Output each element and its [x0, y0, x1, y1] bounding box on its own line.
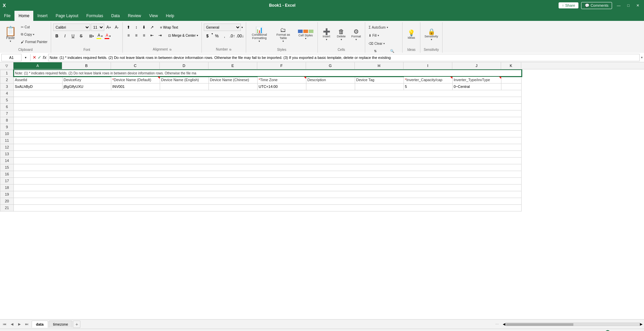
- font-increase-button[interactable]: A+: [105, 24, 112, 31]
- font-name-select[interactable]: Calibri: [53, 24, 90, 31]
- fill-button[interactable]: ⬇ Fill ▾: [367, 32, 380, 39]
- page-break-view-button[interactable]: ≡: [587, 330, 594, 331]
- sheet-nav-prev[interactable]: ◀: [9, 321, 15, 328]
- borders-button[interactable]: ⊞▾: [88, 32, 95, 40]
- cell-A2[interactable]: AssetId: [14, 76, 63, 83]
- sheet-nav-first[interactable]: ⏮: [1, 321, 8, 328]
- underline-button[interactable]: U: [69, 32, 77, 40]
- cell-I3[interactable]: 5: [404, 83, 453, 90]
- number-dialog-launcher[interactable]: ⧉: [229, 48, 231, 51]
- col-header-B[interactable]: B: [62, 62, 111, 69]
- cell-ref-dropdown[interactable]: ▾: [23, 55, 28, 60]
- align-top-button[interactable]: ⬆: [125, 24, 132, 31]
- hscroll-thumb[interactable]: [506, 323, 573, 326]
- cell-J3[interactable]: 0~Central: [453, 83, 501, 90]
- paste-button[interactable]: 📋 Paste ▾: [2, 24, 19, 46]
- comments-button[interactable]: 💬 Comments: [581, 2, 612, 9]
- tab-data[interactable]: Data: [107, 11, 124, 21]
- cell-D3[interactable]: [160, 83, 209, 90]
- cell-I2[interactable]: *Inverter_Capacity/cap: [404, 76, 453, 83]
- font-color-button[interactable]: A ▾: [104, 32, 111, 40]
- cell-H2[interactable]: Device Tag: [355, 76, 404, 83]
- cancel-formula-icon[interactable]: ✕: [33, 55, 36, 60]
- grid-scroll[interactable]: 1 Note: (1) * indicates required fields.…: [0, 69, 644, 319]
- add-sheet-button[interactable]: +: [73, 321, 80, 328]
- autosum-button[interactable]: Σ AutoSum ▾: [367, 24, 389, 31]
- hscroll-right[interactable]: ▶: [640, 322, 643, 326]
- tab-formulas[interactable]: Formulas: [82, 11, 107, 21]
- cell-K2[interactable]: [501, 76, 522, 83]
- number-format-select[interactable]: General: [204, 24, 241, 31]
- ideas-button[interactable]: 💡 Ideas: [405, 24, 418, 46]
- cell-D2[interactable]: Device Name (English): [160, 76, 209, 83]
- comma-button[interactable]: ,: [221, 32, 228, 40]
- sheet-tab-timezone[interactable]: timezone: [49, 321, 73, 328]
- align-bottom-button[interactable]: ⬇: [140, 24, 148, 31]
- hscroll-left[interactable]: ◀: [503, 322, 505, 326]
- col-header-D[interactable]: D: [160, 62, 209, 69]
- align-middle-button[interactable]: ↕: [132, 24, 140, 31]
- formula-input[interactable]: [48, 54, 640, 61]
- cell-F2[interactable]: *Time Zone: [258, 76, 306, 83]
- cell-E3[interactable]: [209, 83, 258, 90]
- maximize-button[interactable]: □: [625, 3, 632, 7]
- cell-C2[interactable]: *Device Name (Default): [111, 76, 160, 83]
- sheet-nav-last[interactable]: ⏭: [24, 321, 30, 328]
- tab-file[interactable]: File: [0, 11, 14, 21]
- cell-B3[interactable]: jBgGlfyUXU: [63, 83, 111, 90]
- normal-view-button[interactable]: ⊞: [572, 330, 579, 331]
- cell-A1[interactable]: Note: (1) * indicates required fields. (…: [14, 70, 522, 76]
- delete-button[interactable]: 🗑 Delete ▾: [335, 24, 348, 46]
- col-header-C[interactable]: C: [111, 62, 160, 69]
- fill-color-button[interactable]: A ▾: [96, 32, 103, 40]
- select-all-button[interactable]: ▽: [5, 64, 8, 68]
- cell-A3[interactable]: SxALhByD: [14, 83, 63, 90]
- decrease-indent-button[interactable]: ⇤: [148, 32, 156, 39]
- col-header-K[interactable]: K: [501, 62, 521, 69]
- clear-button[interactable]: ⌫ Clear ▾: [367, 40, 386, 47]
- insert-function-icon[interactable]: fx: [43, 55, 47, 60]
- sheet-options-icon[interactable]: ⋯: [495, 322, 499, 326]
- cell-K3[interactable]: [501, 83, 522, 90]
- cell-reference-box[interactable]: [1, 54, 22, 61]
- formula-expand-button[interactable]: ▾: [641, 56, 643, 59]
- align-center-button[interactable]: ≡: [132, 32, 140, 39]
- cell-H3[interactable]: [355, 83, 404, 90]
- cell-J2[interactable]: Inverter_Type/invType: [453, 76, 501, 83]
- col-header-F[interactable]: F: [257, 62, 306, 69]
- page-layout-view-button[interactable]: □: [579, 330, 586, 331]
- col-header-G[interactable]: G: [306, 62, 355, 69]
- format-button[interactable]: ⚙ Format ▾: [349, 24, 363, 46]
- tab-review[interactable]: Review: [124, 11, 145, 21]
- format-as-table-button[interactable]: 🗂 Format as Table ▾: [272, 24, 295, 46]
- cell-C3[interactable]: INV001: [111, 83, 160, 90]
- sheet-nav-next[interactable]: ▶: [16, 321, 23, 328]
- cell-G2[interactable]: Description: [306, 76, 355, 83]
- close-button[interactable]: ✕: [634, 3, 641, 8]
- bold-button[interactable]: B: [53, 32, 61, 40]
- copy-button[interactable]: ⧉ Copy ▾: [20, 31, 49, 38]
- decimal-decrease-button[interactable]: .00↓: [236, 32, 244, 40]
- col-header-E[interactable]: E: [209, 62, 257, 69]
- wrap-text-button[interactable]: ≡ Wrap Text: [159, 24, 180, 31]
- dollar-button[interactable]: $: [204, 32, 211, 40]
- confirm-formula-icon[interactable]: ✓: [38, 55, 41, 60]
- conditional-formatting-button[interactable]: 📊 Conditional Formatting ▾: [248, 24, 271, 46]
- tab-help[interactable]: Help: [162, 11, 178, 21]
- font-decrease-button[interactable]: A-: [113, 24, 120, 31]
- cell-G3[interactable]: [306, 83, 355, 90]
- tab-home[interactable]: Home: [14, 11, 33, 21]
- cell-F3[interactable]: UTC+14:00: [258, 83, 306, 90]
- alignment-dialog-launcher[interactable]: ⧉: [169, 48, 172, 51]
- tab-page-layout[interactable]: Page Layout: [51, 11, 82, 21]
- font-size-select[interactable]: 11: [91, 24, 104, 31]
- cut-button[interactable]: ✂ Cut: [20, 24, 49, 30]
- tab-insert[interactable]: Insert: [33, 11, 51, 21]
- italic-button[interactable]: I: [61, 32, 69, 40]
- strikethrough-button[interactable]: S: [77, 32, 85, 40]
- cell-E2[interactable]: Device Name (Chinese): [209, 76, 258, 83]
- merge-center-button[interactable]: ⊡ Merge & Center ▾: [167, 32, 199, 39]
- percent-button[interactable]: %: [213, 32, 221, 40]
- insert-button[interactable]: ➕ Insert ▾: [320, 24, 333, 46]
- format-painter-button[interactable]: 🖌 Format Painter: [20, 38, 49, 45]
